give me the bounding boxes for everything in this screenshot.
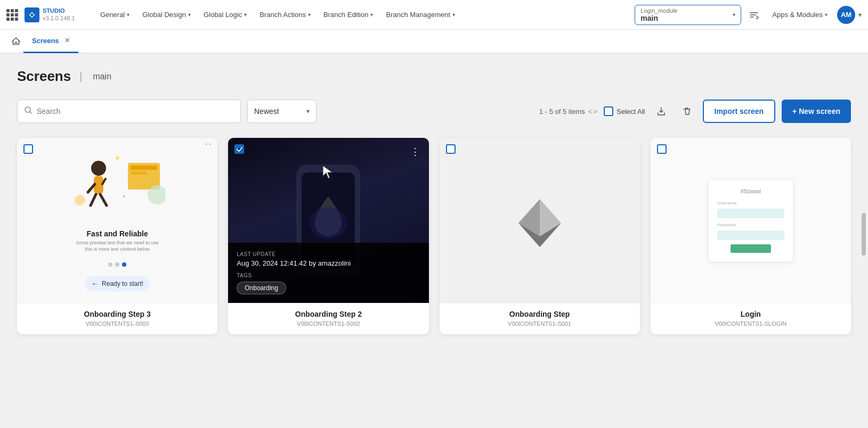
chevron-down-icon: ▾ [733, 12, 735, 18]
new-screen-button[interactable]: + New screen [782, 100, 851, 123]
delete-button[interactable] [677, 102, 696, 121]
screen-card-onboarding-step[interactable]: Onboarding Step V00ICONTENTS1-S001 [440, 138, 640, 334]
user-avatar[interactable]: AM [837, 6, 855, 24]
svg-rect-4 [131, 171, 147, 175]
card-info: Login V00ICONTENTS1-SLOGIN [651, 303, 851, 334]
page-branch: main [93, 72, 111, 81]
chevron-down-icon: ▾ [370, 12, 373, 18]
next-page-icon[interactable]: > [593, 108, 597, 116]
card-id: V00ICONTENTS1-SLOGIN [658, 320, 843, 327]
card-id: V00ICONTENTS1-S002 [236, 320, 421, 327]
toolbar: Newest ▾ 1 - 5 of 5 items < > Select All [17, 100, 851, 123]
screen-card-login[interactable]: #Sizoool Username Password Login V00ICON… [651, 138, 851, 334]
screens-grid: ★ ● Fast and Reliable Some preview text … [17, 138, 851, 334]
tab-screens[interactable]: Screens ✕ [23, 30, 78, 53]
chevron-down-icon: ▾ [244, 12, 247, 18]
chevron-down-icon: ▾ [308, 12, 311, 18]
card-checkbox[interactable] [23, 144, 33, 154]
pagination-info: 1 - 5 of 5 items < > [539, 108, 597, 116]
search-input[interactable] [37, 107, 234, 116]
chevron-down-icon: ▾ [825, 12, 828, 18]
select-all-checkbox[interactable] [604, 106, 613, 116]
chevron-down-icon: ▾ [127, 12, 129, 18]
page-title: Screens [17, 68, 71, 85]
search-box [17, 100, 241, 123]
avatar-chevron-icon[interactable]: ▾ [858, 11, 862, 19]
card-name: Onboarding Step [447, 310, 632, 318]
nav-branch-management[interactable]: Branch Management ▾ [380, 7, 460, 22]
svg-text:★: ★ [115, 154, 120, 162]
card-info: Onboarding Step 2 V00ICONTENTS1-S002 [228, 303, 428, 334]
card-id: V00ICONTENTS1-S003 [25, 320, 210, 327]
nav-branch-actions[interactable]: Branch Actions ▾ [254, 7, 316, 22]
card-info: Onboarding Step 3 V00ICONTENTS1-S003 [17, 303, 217, 334]
tab-home[interactable] [9, 30, 23, 53]
chevron-down-icon: ▾ [452, 12, 455, 18]
import-screen-button[interactable]: Import screen [703, 100, 776, 123]
login-preview: #Sizoool Username Password [708, 179, 793, 262]
ready-chip: ← Ready to start! [85, 276, 150, 291]
chevron-down-icon: ▾ [188, 12, 191, 18]
screen-card-onboarding-step-2[interactable]: ⋮ [228, 138, 428, 334]
logo-icon [25, 7, 39, 22]
export-button[interactable] [652, 102, 671, 121]
pagination-arrows[interactable]: < > [588, 108, 597, 116]
card-info: Onboarding Step V00ICONTENTS1-S001 [440, 303, 640, 334]
card-id: V00ICONTENTS1-S001 [447, 320, 632, 327]
card-options-icon [205, 143, 211, 145]
dots-indicator [108, 262, 126, 267]
main-content: Screens | main Newest ▾ 1 - 5 of 5 items… [0, 53, 868, 428]
svg-text:●: ● [123, 194, 125, 199]
svg-point-5 [91, 161, 106, 176]
svg-rect-3 [131, 166, 157, 170]
chevron-down-icon: ▾ [306, 108, 310, 115]
page-header: Screens | main [17, 68, 851, 85]
nav-global-design[interactable]: Global Design ▾ [137, 7, 196, 22]
close-icon[interactable]: ✕ [64, 37, 70, 44]
card-checkbox[interactable] [657, 144, 667, 154]
prev-page-icon[interactable]: < [588, 108, 593, 116]
svg-line-10 [100, 194, 107, 205]
tag-onboarding: Onboarding [237, 282, 286, 294]
sort-dropdown[interactable]: Newest ▾ [247, 100, 317, 123]
branch-selector[interactable]: Login_module main ▾ [635, 5, 741, 25]
search-icon [24, 106, 33, 117]
nav-global-logic[interactable]: Global Logic ▾ [198, 7, 252, 22]
card-checkbox[interactable] [234, 144, 244, 154]
thumbnail-content: ★ ● Fast and Reliable Some preview text … [17, 139, 217, 301]
card-checkbox[interactable] [446, 144, 456, 154]
card-menu-icon[interactable]: ⋮ [408, 144, 423, 159]
apps-modules[interactable]: Apps & Modules ▾ [767, 7, 833, 22]
tab-bar: Screens ✕ [0, 30, 868, 53]
card-overlay: LAST UPDATE Aug 30, 2024 12:41.42 by ama… [228, 243, 428, 303]
svg-point-12 [75, 195, 85, 205]
scrollbar[interactable] [862, 213, 866, 256]
card-thumbnail: ⋮ [228, 138, 428, 303]
svg-point-17 [310, 207, 347, 239]
screen-card-onboarding-step-3[interactable]: ★ ● Fast and Reliable Some preview text … [17, 138, 217, 334]
card-name: Login [658, 310, 843, 318]
card-name: Onboarding Step 3 [25, 310, 210, 318]
logo-text: STUDIO v3.1.0.148.1 [43, 7, 75, 21]
card-thumbnail: ★ ● Fast and Reliable Some preview text … [17, 138, 217, 303]
nav-general[interactable]: General ▾ [95, 7, 135, 22]
nav-branch-edition[interactable]: Branch Edition ▾ [318, 7, 379, 22]
apps-grid-icon[interactable] [6, 9, 18, 21]
card-thumbnail: #Sizoool Username Password [651, 138, 851, 303]
logo[interactable]: STUDIO v3.1.0.148.1 [25, 7, 88, 22]
card-name: Onboarding Step 2 [236, 310, 421, 318]
switch-icon[interactable] [747, 7, 761, 22]
top-navigation: STUDIO v3.1.0.148.1 General ▾ Global Des… [0, 0, 868, 30]
svg-line-9 [91, 194, 96, 205]
card-thumbnail [440, 138, 640, 303]
select-all-area[interactable]: Select All [604, 106, 645, 116]
svg-point-0 [30, 13, 33, 16]
